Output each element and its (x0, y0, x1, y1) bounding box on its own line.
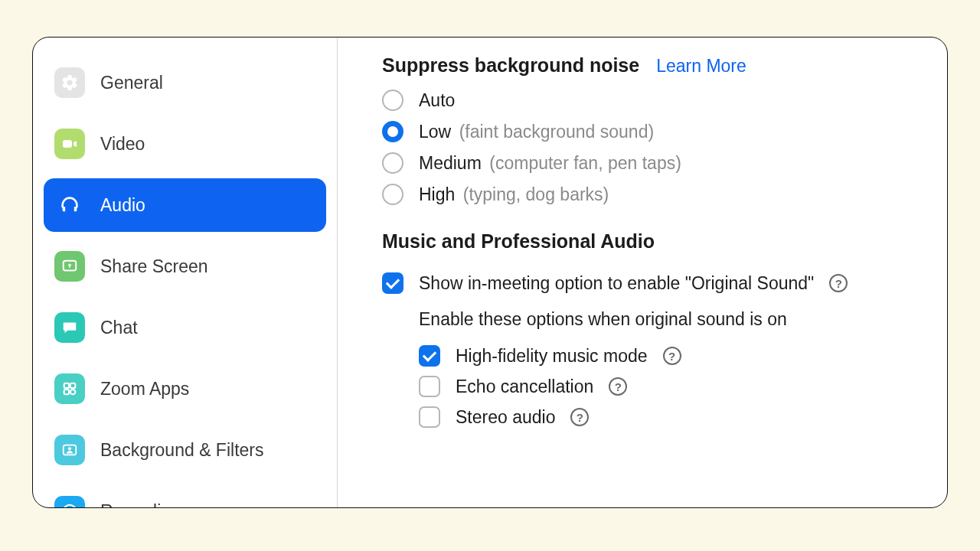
help-icon[interactable]: ? (663, 347, 681, 365)
sidebar-item-share-screen[interactable]: Share Screen (44, 240, 326, 293)
enable-options-hint: Enable these options when original sound… (419, 309, 924, 330)
sidebar-item-background-filters[interactable]: Background & Filters (44, 423, 326, 477)
svg-rect-0 (63, 140, 72, 148)
checkbox-label: Show in-meeting option to enable "Origin… (419, 273, 814, 294)
checkbox-label: Echo cancellation (456, 377, 593, 397)
learn-more-link[interactable]: Learn More (656, 56, 746, 77)
sidebar-item-label: Background & Filters (100, 440, 263, 461)
sidebar-item-zoom-apps[interactable]: Zoom Apps (44, 362, 326, 416)
checkbox-icon (419, 406, 440, 428)
hifi-music-mode-checkbox-row[interactable]: High-fidelity music mode ? (419, 341, 924, 371)
sidebar-item-label: Chat (100, 318, 138, 338)
apps-icon (54, 373, 85, 404)
video-icon (54, 129, 85, 159)
checkbox-icon (419, 376, 440, 397)
help-icon[interactable]: ? (570, 408, 589, 426)
sidebar-item-video[interactable]: Video (44, 117, 326, 171)
checkbox-icon (419, 345, 440, 367)
radio-label: Auto (419, 90, 455, 110)
suppress-noise-title: Suppress background noise (382, 54, 639, 77)
svg-point-8 (64, 505, 77, 508)
suppress-option-high[interactable]: High (typing, dog barks) (382, 181, 924, 207)
radio-description: (typing, dog barks) (463, 184, 609, 204)
svg-rect-3 (70, 383, 75, 388)
svg-point-5 (70, 390, 75, 394)
music-section-title: Music and Professional Audio (382, 230, 924, 253)
settings-sidebar: General Video Audio Share Screen Chat (33, 37, 338, 507)
checkbox-label: High-fidelity music mode (456, 346, 648, 367)
help-icon[interactable]: ? (829, 274, 848, 292)
radio-label: Medium (419, 153, 482, 173)
radio-icon (382, 121, 403, 142)
show-original-sound-checkbox-row[interactable]: Show in-meeting option to enable "Origin… (382, 268, 924, 298)
sidebar-item-label: General (100, 73, 163, 93)
sidebar-item-general[interactable]: General (44, 56, 326, 109)
sidebar-item-label: Recording (100, 501, 181, 509)
help-icon[interactable]: ? (609, 377, 627, 396)
sidebar-item-audio[interactable]: Audio (44, 178, 326, 232)
gear-icon (54, 67, 85, 98)
radio-label: High (419, 184, 455, 204)
sidebar-item-label: Share Screen (100, 256, 208, 277)
radio-label: Low (419, 122, 451, 142)
suppress-option-auto[interactable]: Auto (382, 87, 924, 113)
sidebar-item-chat[interactable]: Chat (44, 301, 326, 354)
headphones-icon (54, 190, 85, 220)
radio-icon (382, 152, 403, 174)
checkbox-icon (382, 272, 403, 294)
chat-icon (54, 312, 85, 343)
radio-icon (382, 90, 403, 111)
sidebar-item-label: Audio (100, 195, 145, 216)
sidebar-item-label: Video (100, 134, 145, 155)
stereo-audio-checkbox-row[interactable]: Stereo audio ? (419, 402, 924, 432)
suppress-noise-radio-group: Auto Low (faint background sound) Medium… (382, 87, 924, 207)
svg-rect-2 (64, 383, 69, 388)
settings-window: General Video Audio Share Screen Chat (32, 37, 948, 508)
svg-point-7 (68, 447, 71, 450)
radio-icon (382, 184, 403, 205)
suppress-option-medium[interactable]: Medium (computer fan, pen taps) (382, 150, 924, 176)
svg-rect-4 (64, 390, 69, 394)
audio-settings-panel: Suppress background noise Learn More Aut… (338, 37, 947, 507)
radio-description: (computer fan, pen taps) (489, 153, 681, 173)
checkbox-label: Stereo audio (456, 407, 555, 428)
recording-icon (54, 496, 85, 508)
sidebar-item-recording[interactable]: Recording (44, 484, 326, 508)
background-filters-icon (54, 435, 85, 465)
echo-cancellation-checkbox-row[interactable]: Echo cancellation ? (419, 371, 924, 402)
suppress-option-low[interactable]: Low (faint background sound) (382, 119, 924, 145)
suppress-noise-header: Suppress background noise Learn More (382, 54, 924, 77)
share-screen-icon (54, 251, 85, 282)
radio-description: (faint background sound) (459, 122, 654, 142)
sidebar-item-label: Zoom Apps (100, 379, 189, 399)
